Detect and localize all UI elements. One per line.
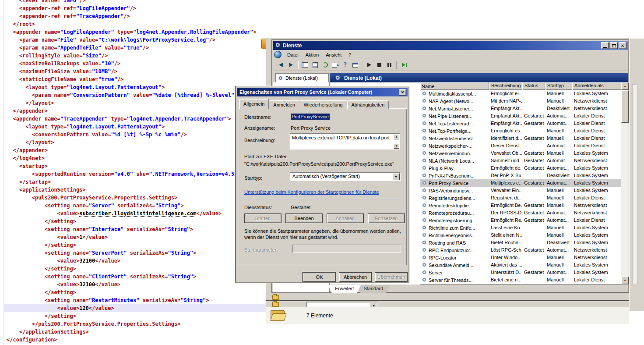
service-description-cell: Dieser Dienst... (489, 142, 522, 149)
menu-hilfe[interactable]: ? (345, 51, 355, 59)
service-row[interactable]: Routing und RAS Bietet Routin... Deaktiv… (420, 239, 621, 246)
folder-icon[interactable] (272, 302, 279, 307)
tab-abhaengigkeiten[interactable]: Abhängigkeiten (347, 100, 389, 109)
show-window-icon[interactable] (350, 60, 360, 70)
display-name-value[interactable]: Port Proxy Service (291, 125, 331, 131)
export-list-icon[interactable] (330, 60, 340, 70)
description-scroll-down-icon[interactable]: ▼ (394, 143, 399, 149)
service-row[interactable]: Remoteprozedurau... Der RPCSS-Di... Gest… (420, 209, 621, 217)
service-row[interactable]: Netzwerkverbindun... Verwaltet Ob... Ges… (420, 149, 621, 157)
menu-datei[interactable]: Datei (284, 51, 302, 59)
startup-options-help-link[interactable]: Unterstützung beim Konfigurieren der Sta… (244, 189, 379, 195)
service-row[interactable]: Net.Tcp-Listenerad... Empfängt Akt... Ge… (420, 120, 621, 127)
column-header-beschreibung[interactable]: Beschreibung (489, 82, 522, 90)
tab-standard[interactable]: Standard (356, 285, 390, 293)
service-description-cell: Ermöglicht de... (489, 164, 522, 172)
restart-service-icon[interactable] (398, 60, 408, 70)
cancel-button[interactable]: Abbrechen (339, 272, 372, 282)
back-icon[interactable] (276, 60, 286, 70)
code-editor[interactable]: <level value="INFO"/> <appender-ref ref=… (0, 0, 271, 345)
service-row[interactable]: Multimediaklassenpl... Ermöglicht ei... … (420, 90, 621, 97)
service-row[interactable]: PnP-X-IP-Busenum... Der PnP-X-Bu... Deak… (420, 172, 621, 179)
dialog-titlebar[interactable]: Eigenschaften von Port Proxy Service (Lo… (237, 88, 408, 96)
code-line: <setting name="ServerPort" serializeAs="… (7, 249, 269, 257)
service-row[interactable]: Richtlinienergebniss... Stellt einen N..… (420, 231, 621, 239)
service-status-cell: Gestartet (522, 209, 545, 217)
ok-button[interactable]: OK (303, 272, 336, 282)
service-row[interactable]: Richtlinie zum Entfe... Lässt eine Ko...… (420, 224, 621, 231)
help-icon[interactable]: ? (340, 60, 350, 70)
maximize-button[interactable] (610, 42, 618, 49)
service-row[interactable]: Net.Tcp-Portfreiga... Ermöglicht es... M… (420, 127, 621, 135)
service-row[interactable]: NLA (Network Loca... Sammelt und ... Ges… (420, 157, 621, 164)
toolbar-separator (298, 61, 298, 69)
properties-icon[interactable] (310, 60, 320, 70)
resume-button[interactable]: Fortsetzen (368, 213, 405, 223)
tree-tab-dienste-lokal[interactable]: Dienste (Lokal) (275, 73, 329, 82)
column-header-name[interactable]: Name (420, 82, 489, 90)
service-name-value[interactable]: PortProxyService (291, 114, 330, 120)
service-gear-icon (422, 143, 427, 149)
column-header-anmelden-als[interactable]: Anmelden als (572, 82, 621, 90)
service-row[interactable]: Netzwerklistendienst Identifiziert d... … (420, 135, 621, 142)
start-button[interactable]: Starten (244, 213, 282, 223)
start-service-icon[interactable] (364, 60, 374, 70)
service-row[interactable]: Server für Threads... Bietet eine n... M… (420, 276, 621, 284)
services-titlebar[interactable]: Dienste × (273, 41, 628, 50)
service-row[interactable]: Net.Pipe-Listenera... Empfängt Akt... Ge… (420, 112, 621, 120)
service-starttype-cell: Manuell (545, 261, 572, 269)
close-button[interactable]: × (619, 42, 626, 49)
forward-icon[interactable] (286, 60, 296, 70)
service-row[interactable]: Registrierungsdiens... Registriert di...… (420, 194, 621, 202)
minimize-button[interactable] (601, 42, 609, 49)
refresh-icon[interactable] (320, 60, 330, 70)
show-console-tree-icon[interactable] (300, 60, 310, 70)
code-line: </setting> (7, 312, 269, 320)
pause-service-icon[interactable] (384, 60, 394, 70)
service-row[interactable]: RPC-Locator Unter Windo... Manuell Netzw… (420, 254, 621, 261)
scroll-up-icon[interactable]: ▲ (621, 82, 629, 90)
service-row[interactable]: Port Proxy Service Multiplexes e... Gest… (420, 179, 621, 187)
description-field[interactable]: Multiplexes external TCP/IP data on loca… (290, 133, 400, 149)
list-scrollbar[interactable]: ▲ ▼ (621, 82, 629, 284)
service-gear-icon (422, 247, 427, 253)
tab-erweitert[interactable]: Erweitert (328, 285, 361, 293)
service-status-cell: Gestartet (522, 135, 545, 142)
service-row[interactable]: Remoteregistrierung Ermöglicht Re... Ges… (420, 217, 621, 224)
start-params-input[interactable] (292, 245, 401, 253)
menu-ansicht[interactable]: Ansicht (322, 51, 345, 59)
stop-button[interactable]: Beenden (285, 213, 323, 223)
service-row[interactable]: RAS-Verbindungsv... Verwaltet Ein... Man… (420, 187, 621, 194)
service-row[interactable]: Sekundäre Anmeld... Aktiviert das ... Ma… (420, 261, 621, 269)
apply-button[interactable]: Übernehmen (375, 272, 408, 282)
service-row[interactable]: Server Unterstützt D... Gestartet Automa… (420, 269, 621, 276)
scroll-down-icon[interactable]: ▼ (621, 277, 629, 284)
tab-anmelden[interactable]: Anmelden (269, 100, 299, 109)
code-line: <maximumFileSize value="10MB"/> (7, 68, 269, 75)
tab-allgemein[interactable]: Allgemein (239, 99, 269, 109)
column-header-starttyp[interactable]: Starttyp (545, 82, 572, 90)
column-header-status[interactable]: Status (522, 82, 545, 90)
service-name-cell: Registrierungsdiens... (420, 194, 489, 202)
dialog-close-button[interactable]: × (399, 89, 406, 96)
folder-icon[interactable] (272, 295, 279, 300)
service-row[interactable]: NAP-Agent (Netwo... Mit dem NAP-... Manu… (420, 97, 621, 105)
stop-service-icon[interactable] (374, 60, 384, 70)
pause-button[interactable]: Anhalten (327, 213, 364, 223)
service-row[interactable]: Netzwerkspeicher-... Dieser Dienst... Au… (420, 142, 621, 149)
service-row[interactable]: Remotedesktopdie... Ermöglicht Be... Ges… (420, 202, 621, 209)
service-description-cell: Verwaltet Ein... (489, 187, 522, 194)
code-line: </root> (7, 20, 269, 28)
description-scroll-up-icon[interactable]: ▲ (394, 134, 399, 139)
service-row[interactable]: Plug & Play Ermöglicht de... Gestartet A… (420, 164, 621, 172)
menu-aktion[interactable]: Aktion (302, 51, 323, 59)
service-row[interactable]: RPC-Endpunktzuor... Löst RPC-Sch... Gest… (420, 246, 621, 254)
starttype-select[interactable]: Automatisch (Verzögerter Start) ▼ (290, 172, 401, 181)
scroll-thumb[interactable] (621, 90, 629, 123)
chevron-down-icon[interactable]: ▼ (392, 173, 400, 180)
service-gear-icon (422, 150, 427, 156)
tab-wiederherstellung[interactable]: Wiederherstellung (299, 100, 347, 109)
service-starttype-cell: Automat... (545, 164, 572, 172)
services-list-panel: Name Beschreibung Status Starttyp Anmeld… (420, 82, 628, 285)
service-row[interactable]: Net.Msmq-Listener... Empfängt Akt... Dea… (420, 105, 621, 112)
